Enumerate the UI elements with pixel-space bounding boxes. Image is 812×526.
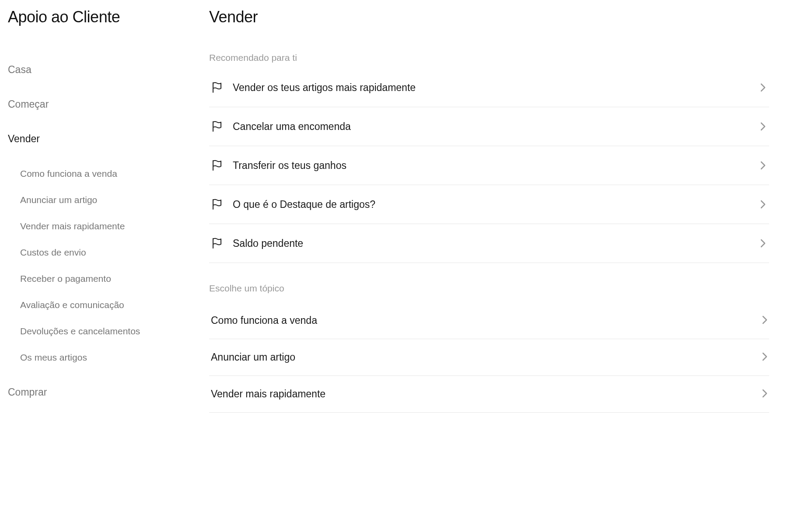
topic-item-anunciar[interactable]: Anunciar um artigo xyxy=(209,339,769,376)
flag-icon xyxy=(211,198,223,210)
topic-item-vender-rapidamente[interactable]: Vender mais rapidamente xyxy=(209,376,769,413)
main-content: Vender Recomendado para ti Vender os teu… xyxy=(209,8,804,413)
nav-item-comecar[interactable]: Começar xyxy=(8,87,183,122)
flag-icon xyxy=(211,159,223,172)
item-label: Anunciar um artigo xyxy=(211,351,752,363)
recommended-item-vender-rapidamente[interactable]: Vender os teus artigos mais rapidamente xyxy=(209,72,769,107)
chevron-right-icon xyxy=(762,352,767,363)
item-label: Vender mais rapidamente xyxy=(211,388,752,400)
nav-item-vender[interactable]: Vender xyxy=(8,122,183,156)
sidebar-nav: Casa Começar Vender Como funciona a vend… xyxy=(8,53,183,410)
item-label: Vender os teus artigos mais rapidamente xyxy=(233,82,749,94)
flag-icon xyxy=(211,81,223,94)
chevron-right-icon xyxy=(759,239,767,248)
flag-icon xyxy=(211,237,223,249)
sub-nav: Como funciona a venda Anunciar um artigo… xyxy=(8,156,183,375)
nav-item-casa[interactable]: Casa xyxy=(8,53,183,87)
item-label: O que é o Destaque de artigos? xyxy=(233,199,749,210)
sub-nav-item-receber-pagamento[interactable]: Receber o pagamento xyxy=(20,266,183,292)
recommended-list: Vender os teus artigos mais rapidamente … xyxy=(209,72,769,263)
sidebar-title: Apoio ao Cliente xyxy=(8,8,183,26)
flag-icon xyxy=(211,120,223,133)
recommended-label: Recomendado para ti xyxy=(209,53,769,63)
sidebar: Apoio ao Cliente Casa Começar Vender Com… xyxy=(8,8,183,413)
nav-item-comprar[interactable]: Comprar xyxy=(8,375,183,410)
chevron-right-icon xyxy=(762,389,767,400)
sub-nav-item-avaliacao[interactable]: Avaliação e comunicação xyxy=(20,292,183,318)
sub-nav-item-devolucoes[interactable]: Devoluções e cancelamentos xyxy=(20,318,183,344)
recommended-item-transferir-ganhos[interactable]: Transferir os teus ganhos xyxy=(209,146,769,185)
chevron-right-icon xyxy=(759,161,767,170)
recommended-item-saldo-pendente[interactable]: Saldo pendente xyxy=(209,224,769,263)
item-label: Como funciona a venda xyxy=(211,315,752,326)
sub-nav-item-meus-artigos[interactable]: Os meus artigos xyxy=(20,344,183,371)
chevron-right-icon xyxy=(759,83,767,92)
item-label: Cancelar uma encomenda xyxy=(233,121,749,133)
recommended-item-cancelar-encomenda[interactable]: Cancelar uma encomenda xyxy=(209,107,769,146)
sub-nav-item-como-funciona[interactable]: Como funciona a venda xyxy=(20,161,183,187)
sub-nav-item-custos-envio[interactable]: Custos de envio xyxy=(20,239,183,266)
page-title: Vender xyxy=(209,8,769,26)
sub-nav-item-anunciar[interactable]: Anunciar um artigo xyxy=(20,187,183,213)
chevron-right-icon xyxy=(759,200,767,209)
item-label: Saldo pendente xyxy=(233,238,749,249)
topic-item-como-funciona[interactable]: Como funciona a venda xyxy=(209,302,769,339)
sub-nav-item-vender-rapidamente[interactable]: Vender mais rapidamente xyxy=(20,213,183,239)
topics-section: Escolhe um tópico Como funciona a venda … xyxy=(209,283,769,413)
topics-label: Escolhe um tópico xyxy=(209,283,769,294)
item-label: Transferir os teus ganhos xyxy=(233,160,749,172)
recommended-item-destaque-artigos[interactable]: O que é o Destaque de artigos? xyxy=(209,185,769,224)
chevron-right-icon xyxy=(759,122,767,131)
chevron-right-icon xyxy=(762,316,767,326)
